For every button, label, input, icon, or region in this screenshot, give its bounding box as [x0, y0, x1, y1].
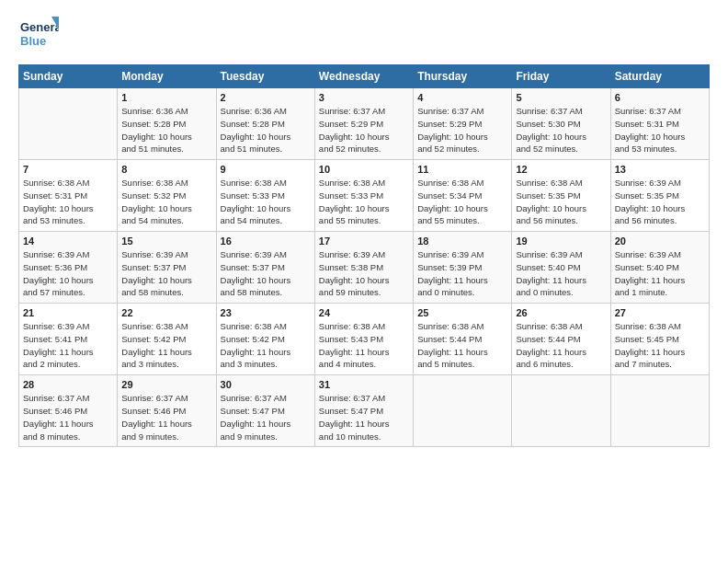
day-info: Sunrise: 6:37 AM Sunset: 5:47 PM Dayligh…	[319, 392, 409, 442]
day-info: Sunrise: 6:38 AM Sunset: 5:45 PM Dayligh…	[615, 320, 705, 371]
day-number: 18	[417, 236, 507, 247]
table-row: 18Sunrise: 6:39 AM Sunset: 5:39 PM Dayli…	[414, 232, 512, 304]
day-info: Sunrise: 6:38 AM Sunset: 5:34 PM Dayligh…	[417, 177, 507, 227]
table-header: SundayMondayTuesdayWednesdayThursdayFrid…	[19, 65, 710, 88]
day-number: 16	[221, 236, 311, 247]
col-header-thursday: Thursday	[414, 65, 512, 88]
day-info: Sunrise: 6:37 AM Sunset: 5:46 PM Dayligh…	[121, 392, 211, 442]
day-info: Sunrise: 6:39 AM Sunset: 5:38 PM Dayligh…	[319, 248, 409, 299]
day-info: Sunrise: 6:39 AM Sunset: 5:37 PM Dayligh…	[221, 248, 311, 299]
table-row	[512, 375, 610, 447]
col-header-friday: Friday	[512, 65, 610, 88]
day-number: 21	[23, 307, 113, 318]
table-row: 11Sunrise: 6:38 AM Sunset: 5:34 PM Dayli…	[414, 160, 512, 232]
day-number: 2	[221, 92, 311, 103]
week-row-3: 14Sunrise: 6:39 AM Sunset: 5:36 PM Dayli…	[19, 232, 710, 304]
day-number: 30	[221, 379, 311, 390]
table-row: 19Sunrise: 6:39 AM Sunset: 5:40 PM Dayli…	[512, 232, 610, 304]
table-row: 20Sunrise: 6:39 AM Sunset: 5:40 PM Dayli…	[610, 232, 709, 304]
day-number: 10	[319, 164, 409, 175]
day-number: 27	[615, 307, 705, 318]
day-number: 24	[319, 307, 409, 318]
day-info: Sunrise: 6:39 AM Sunset: 5:35 PM Dayligh…	[615, 177, 705, 227]
table-row: 21Sunrise: 6:39 AM Sunset: 5:41 PM Dayli…	[19, 304, 118, 375]
table-row	[19, 88, 118, 160]
week-row-5: 28Sunrise: 6:37 AM Sunset: 5:46 PM Dayli…	[19, 375, 710, 447]
day-number: 3	[319, 92, 409, 103]
day-info: Sunrise: 6:38 AM Sunset: 5:42 PM Dayligh…	[121, 320, 211, 371]
day-info: Sunrise: 6:36 AM Sunset: 5:28 PM Dayligh…	[121, 105, 211, 155]
day-info: Sunrise: 6:37 AM Sunset: 5:30 PM Dayligh…	[516, 105, 606, 155]
day-info: Sunrise: 6:39 AM Sunset: 5:40 PM Dayligh…	[516, 248, 606, 299]
table-row: 9Sunrise: 6:38 AM Sunset: 5:33 PM Daylig…	[216, 160, 314, 232]
day-number: 12	[516, 164, 606, 175]
col-header-monday: Monday	[118, 65, 216, 88]
table-row: 17Sunrise: 6:39 AM Sunset: 5:38 PM Dayli…	[314, 232, 413, 304]
table-row: 26Sunrise: 6:38 AM Sunset: 5:44 PM Dayli…	[512, 304, 610, 375]
day-info: Sunrise: 6:38 AM Sunset: 5:44 PM Dayligh…	[417, 320, 507, 371]
col-header-wednesday: Wednesday	[314, 65, 413, 88]
table-row: 28Sunrise: 6:37 AM Sunset: 5:46 PM Dayli…	[19, 375, 118, 447]
table-row: 2Sunrise: 6:36 AM Sunset: 5:28 PM Daylig…	[216, 88, 314, 160]
day-number: 20	[615, 236, 705, 247]
day-info: Sunrise: 6:39 AM Sunset: 5:40 PM Dayligh…	[615, 248, 705, 299]
day-number: 11	[417, 164, 507, 175]
day-number: 5	[516, 92, 606, 103]
day-number: 14	[23, 236, 113, 247]
table-row: 22Sunrise: 6:38 AM Sunset: 5:42 PM Dayli…	[118, 304, 216, 375]
calendar-table: SundayMondayTuesdayWednesdayThursdayFrid…	[18, 64, 710, 447]
table-row: 14Sunrise: 6:39 AM Sunset: 5:36 PM Dayli…	[19, 232, 118, 304]
day-info: Sunrise: 6:37 AM Sunset: 5:29 PM Dayligh…	[319, 105, 409, 155]
day-info: Sunrise: 6:39 AM Sunset: 5:41 PM Dayligh…	[23, 320, 113, 371]
page: General Blue SundayMondayTuesdayWednesda…	[0, 0, 728, 563]
day-info: Sunrise: 6:39 AM Sunset: 5:36 PM Dayligh…	[23, 248, 113, 299]
table-row: 15Sunrise: 6:39 AM Sunset: 5:37 PM Dayli…	[118, 232, 216, 304]
day-number: 4	[417, 92, 507, 103]
day-info: Sunrise: 6:38 AM Sunset: 5:42 PM Dayligh…	[221, 320, 311, 371]
day-info: Sunrise: 6:37 AM Sunset: 5:29 PM Dayligh…	[417, 105, 507, 155]
day-number: 13	[615, 164, 705, 175]
day-info: Sunrise: 6:38 AM Sunset: 5:43 PM Dayligh…	[319, 320, 409, 371]
header: General Blue	[18, 15, 710, 55]
day-number: 7	[23, 164, 113, 175]
logo: General Blue	[18, 15, 59, 55]
table-row: 24Sunrise: 6:38 AM Sunset: 5:43 PM Dayli…	[314, 304, 413, 375]
day-info: Sunrise: 6:39 AM Sunset: 5:39 PM Dayligh…	[417, 248, 507, 299]
col-header-tuesday: Tuesday	[216, 65, 314, 88]
day-number: 22	[121, 307, 211, 318]
col-header-sunday: Sunday	[19, 65, 118, 88]
svg-text:Blue: Blue	[20, 34, 46, 48]
day-info: Sunrise: 6:37 AM Sunset: 5:31 PM Dayligh…	[615, 105, 705, 155]
day-info: Sunrise: 6:38 AM Sunset: 5:32 PM Dayligh…	[121, 177, 211, 227]
day-info: Sunrise: 6:37 AM Sunset: 5:47 PM Dayligh…	[221, 392, 311, 442]
day-number: 6	[615, 92, 705, 103]
table-row: 3Sunrise: 6:37 AM Sunset: 5:29 PM Daylig…	[314, 88, 413, 160]
week-row-4: 21Sunrise: 6:39 AM Sunset: 5:41 PM Dayli…	[19, 304, 710, 375]
table-row: 16Sunrise: 6:39 AM Sunset: 5:37 PM Dayli…	[216, 232, 314, 304]
day-info: Sunrise: 6:36 AM Sunset: 5:28 PM Dayligh…	[221, 105, 311, 155]
week-row-1: 1Sunrise: 6:36 AM Sunset: 5:28 PM Daylig…	[19, 88, 710, 160]
table-row: 30Sunrise: 6:37 AM Sunset: 5:47 PM Dayli…	[216, 375, 314, 447]
day-number: 1	[121, 92, 211, 103]
table-row: 25Sunrise: 6:38 AM Sunset: 5:44 PM Dayli…	[414, 304, 512, 375]
svg-text:General: General	[20, 20, 59, 34]
table-row: 5Sunrise: 6:37 AM Sunset: 5:30 PM Daylig…	[512, 88, 610, 160]
day-info: Sunrise: 6:39 AM Sunset: 5:37 PM Dayligh…	[121, 248, 211, 299]
day-number: 15	[121, 236, 211, 247]
day-number: 26	[516, 307, 606, 318]
day-number: 17	[319, 236, 409, 247]
table-row: 7Sunrise: 6:38 AM Sunset: 5:31 PM Daylig…	[19, 160, 118, 232]
day-info: Sunrise: 6:38 AM Sunset: 5:33 PM Dayligh…	[319, 177, 409, 227]
col-header-saturday: Saturday	[610, 65, 709, 88]
table-row: 1Sunrise: 6:36 AM Sunset: 5:28 PM Daylig…	[118, 88, 216, 160]
day-info: Sunrise: 6:38 AM Sunset: 5:35 PM Dayligh…	[516, 177, 606, 227]
day-number: 19	[516, 236, 606, 247]
day-number: 25	[417, 307, 507, 318]
table-row: 23Sunrise: 6:38 AM Sunset: 5:42 PM Dayli…	[216, 304, 314, 375]
day-info: Sunrise: 6:38 AM Sunset: 5:33 PM Dayligh…	[221, 177, 311, 227]
day-number: 28	[23, 379, 113, 390]
day-number: 29	[121, 379, 211, 390]
table-row: 31Sunrise: 6:37 AM Sunset: 5:47 PM Dayli…	[314, 375, 413, 447]
calendar-body: 1Sunrise: 6:36 AM Sunset: 5:28 PM Daylig…	[19, 88, 710, 447]
table-row: 10Sunrise: 6:38 AM Sunset: 5:33 PM Dayli…	[314, 160, 413, 232]
